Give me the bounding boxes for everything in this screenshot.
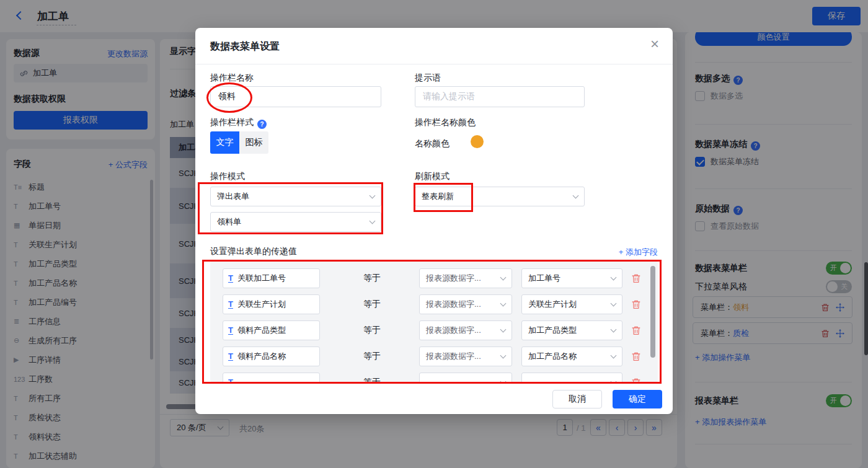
text-field-icon: T [228,326,233,335]
transfer-field-label: 领料产品名称 [237,351,286,362]
operator-label: 等于 [363,325,381,336]
chevron-down-icon [611,326,617,332]
chevron-down-icon [573,192,579,198]
text-field-icon: T [228,300,233,309]
cancel-button[interactable]: 取消 [552,390,602,408]
chevron-down-icon [500,326,507,332]
delete-row-icon[interactable] [631,325,641,335]
table-menu-settings-modal: 数据表菜单设置 × 操作栏名称 领料 提示语 请输入提示语 操作栏样式? 文字 … [195,28,673,414]
source-type-select[interactable]: 报表源数据字... [419,347,512,366]
delete-row-icon[interactable] [631,299,641,309]
operator-label: 等于 [363,299,381,310]
source-type-select[interactable] [419,373,512,382]
name-color-swatch[interactable] [471,135,484,148]
source-type-value: 报表源数据字... [426,325,481,336]
source-type-value: 报表源数据字... [426,351,481,362]
transfer-value-row: T 领料产品类型 等于 报表源数据字... 加工产品类型 [223,320,658,340]
chevron-down-icon [500,378,507,382]
source-field-select[interactable]: 加工单号 [521,268,622,288]
action-mode-value: 弹出表单 [217,191,249,202]
chevron-down-icon [611,378,617,382]
text-field-icon: T [228,352,233,361]
action-mode-select[interactable]: 弹出表单 [210,187,381,206]
target-form-value: 领料单 [217,216,241,227]
transfer-list-scrollbar[interactable] [650,266,655,358]
chevron-down-icon [611,274,617,280]
transfer-value-row: T 领料产品名称 等于 报表源数据字... 加工产品名称 [223,347,658,366]
delete-row-icon[interactable] [631,351,641,361]
transfer-field-label: 关联生产计划 [237,299,286,310]
source-type-value: 报表源数据字... [426,299,481,310]
style-option-icon[interactable]: 图标 [239,131,268,154]
hint-placeholder: 请输入提示语 [423,91,475,102]
close-icon[interactable]: × [650,35,659,53]
text-field-icon: T [228,274,233,283]
source-field-value: 加工单号 [528,273,560,284]
chevron-down-icon [370,218,376,224]
name-color-label: 名称颜色 [415,138,450,149]
transfer-value-row: T 等于 [223,373,658,382]
source-field-value: 加工产品类型 [528,325,577,336]
refresh-mode-value: 整表刷新 [422,191,454,202]
chevron-down-icon [611,352,617,358]
transfer-field-box[interactable]: T 关联生产计划 [223,294,320,314]
name-color-section-label: 操作栏名称颜色 [415,117,476,128]
chevron-down-icon [500,274,507,280]
target-form-select[interactable]: 领料单 [210,212,381,232]
transfer-value-row: T 关联加工单号 等于 报表源数据字... 加工单号 [223,268,658,288]
modal-header-divider [195,64,673,64]
hint-input[interactable]: 请输入提示语 [415,86,585,107]
hint-label: 提示语 [415,73,441,84]
operator-label: 等于 [363,273,381,284]
add-field-link[interactable]: + 添加字段 [619,247,658,258]
transfer-values-label: 设置弹出表单的传递值 [210,246,297,257]
source-field-value: 加工产品名称 [528,351,577,362]
source-field-select[interactable]: 加工产品类型 [521,320,622,340]
help-icon[interactable]: ? [257,120,267,129]
transfer-field-label: 关联加工单号 [237,273,286,284]
transfer-field-box[interactable]: T 领料产品类型 [223,320,320,340]
text-field-icon: T [228,378,233,382]
style-option-text[interactable]: 文字 [210,131,239,154]
source-field-select[interactable] [521,373,622,382]
style-segmented-control: 文字 图标 [210,131,268,154]
source-type-select[interactable]: 报表源数据字... [419,320,512,340]
source-type-select[interactable]: 报表源数据字... [419,294,512,314]
app-window: 加工单 保存 数据源 更改数据源 加工单 数据获取权限 报表权限 字段 + 公式… [0,0,868,468]
confirm-button[interactable]: 确定 [613,390,662,408]
action-bar-name-label: 操作栏名称 [210,73,254,84]
source-field-value: 关联生产计划 [528,299,577,310]
transfer-values-list: T 关联加工单号 等于 报表源数据字... 加工单号 [210,261,658,382]
chevron-down-icon [370,192,376,198]
delete-row-icon[interactable] [631,273,641,283]
refresh-mode-label: 刷新模式 [415,171,450,182]
operator-label: 等于 [363,351,381,362]
source-field-select[interactable]: 加工产品名称 [521,347,622,366]
action-bar-name-input[interactable]: 领料 [210,86,381,107]
action-bar-style-label: 操作栏样式? [210,117,267,129]
refresh-mode-select[interactable]: 整表刷新 [415,187,585,206]
transfer-value-row: T 关联生产计划 等于 报表源数据字... 关联生产计划 [223,294,658,314]
transfer-field-box[interactable]: T 关联加工单号 [223,268,320,288]
action-mode-label: 操作模式 [210,171,245,182]
delete-row-icon[interactable] [631,377,641,382]
transfer-field-label: 领料产品类型 [237,325,286,336]
chevron-down-icon [611,300,617,306]
transfer-field-box[interactable]: T 领料产品名称 [223,347,320,366]
source-field-select[interactable]: 关联生产计划 [521,294,622,314]
chevron-down-icon [500,300,507,306]
action-bar-name-value: 领料 [218,91,236,102]
operator-label: 等于 [363,377,381,382]
chevron-down-icon [500,352,507,358]
source-type-select[interactable]: 报表源数据字... [419,268,512,288]
source-type-value: 报表源数据字... [426,273,481,284]
transfer-field-box[interactable]: T [223,373,320,382]
modal-title: 数据表菜单设置 [210,40,280,53]
